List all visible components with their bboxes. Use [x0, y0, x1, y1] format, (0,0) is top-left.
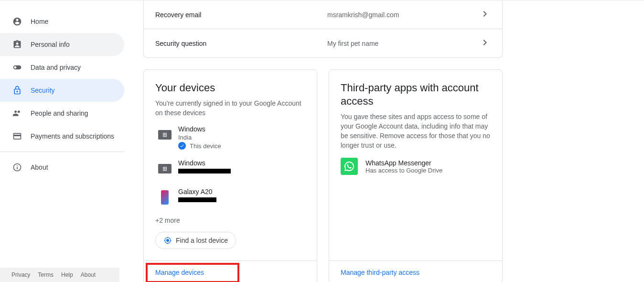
security-question-value: My first pet name — [327, 40, 479, 47]
devices-title: Your devices — [155, 81, 305, 95]
laptop-icon — [155, 125, 174, 144]
recovery-info-card: Recovery email msramkrish@gmail.com Secu… — [143, 0, 503, 58]
svg-point-0 — [166, 239, 169, 242]
sidebar-divider — [0, 152, 124, 152]
recovery-email-row[interactable]: Recovery email msramkrish@gmail.com — [144, 0, 502, 29]
thirdparty-card-footer: Manage third-party access — [329, 260, 502, 282]
app-access: Has access to Google Drive — [365, 167, 491, 174]
card-icon — [11, 130, 23, 142]
sidebar-item-payments[interactable]: Payments and subscriptions — [0, 125, 124, 148]
sidebar-item-people-sharing[interactable]: People and sharing — [0, 102, 124, 125]
security-question-label: Security question — [155, 40, 327, 47]
sidebar-item-personal-info[interactable]: Personal info — [0, 33, 124, 56]
phone-icon — [155, 188, 174, 207]
sidebar-item-label: Payments and subscriptions — [31, 132, 114, 140]
target-icon — [163, 236, 172, 245]
user-circle-icon — [11, 16, 23, 27]
more-devices[interactable]: +2 more — [155, 217, 305, 224]
sidebar-item-label: About — [31, 163, 48, 171]
device-name: Windows — [178, 159, 305, 167]
sidebar: Home Personal info Data and privacy Secu… — [0, 0, 124, 282]
third-party-card: Third-party apps with account access You… — [329, 69, 503, 282]
app-row-whatsapp[interactable]: WhatsApp Messenger Has access to Google … — [341, 158, 491, 175]
annotation-highlight — [146, 263, 239, 282]
toggle-icon — [11, 62, 23, 73]
sidebar-item-label: Home — [31, 18, 48, 25]
footer-about[interactable]: About — [81, 271, 96, 278]
app-name: WhatsApp Messenger — [365, 159, 491, 167]
recovery-email-value: msramkrish@gmail.com — [327, 11, 479, 19]
device-name: Windows — [178, 125, 305, 133]
device-location-redacted — [178, 196, 305, 204]
check-icon — [178, 142, 186, 150]
device-name: Galaxy A20 — [178, 188, 305, 195]
chevron-right-icon — [479, 37, 491, 50]
device-location-redacted — [178, 168, 305, 175]
device-location: India — [178, 134, 305, 141]
whatsapp-icon — [341, 158, 358, 175]
sidebar-item-security[interactable]: Security — [0, 79, 124, 102]
manage-thirdparty-link[interactable]: Manage third-party access — [341, 269, 419, 276]
thirdparty-desc: You gave these sites and apps access to … — [341, 112, 491, 150]
chevron-right-icon — [479, 8, 491, 21]
info-icon — [11, 162, 23, 173]
footer-help[interactable]: Help — [61, 271, 73, 278]
sidebar-item-label: People and sharing — [31, 109, 88, 117]
lock-icon — [11, 85, 23, 96]
main-content: Recovery email msramkrish@gmail.com Secu… — [124, 0, 644, 282]
recovery-email-label: Recovery email — [155, 11, 327, 19]
this-device-indicator: This device — [178, 142, 305, 150]
sidebar-item-label: Personal info — [31, 41, 70, 48]
sidebar-item-label: Security — [31, 87, 55, 94]
security-question-row[interactable]: Security question My first pet name — [144, 29, 502, 57]
sidebar-item-about[interactable]: About — [0, 156, 124, 179]
device-row-windows-1[interactable]: Windows India This device — [155, 125, 305, 150]
thirdparty-title: Third-party apps with account access — [341, 81, 491, 108]
find-lost-device-button[interactable]: Find a lost device — [155, 232, 236, 249]
device-row-galaxy[interactable]: Galaxy A20 — [155, 188, 305, 207]
device-row-windows-2[interactable]: Windows — [155, 159, 305, 178]
footer-terms[interactable]: Terms — [38, 271, 54, 278]
laptop-icon — [155, 159, 174, 178]
sidebar-item-home[interactable]: Home — [0, 10, 124, 33]
devices-desc: You're currently signed in to your Googl… — [155, 98, 305, 118]
id-card-icon — [11, 39, 23, 50]
people-icon — [11, 108, 23, 119]
footer-links: Privacy Terms Help About — [0, 268, 119, 282]
sidebar-item-label: Data and privacy — [31, 64, 81, 71]
your-devices-card: Your devices You're currently signed in … — [143, 69, 317, 282]
sidebar-item-data-privacy[interactable]: Data and privacy — [0, 56, 124, 79]
footer-privacy[interactable]: Privacy — [11, 271, 30, 278]
